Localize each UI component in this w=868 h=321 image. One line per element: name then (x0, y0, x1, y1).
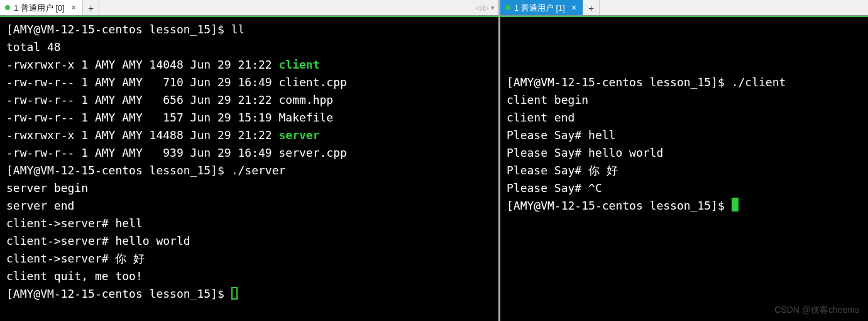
terminal-line: total 48 (6, 38, 492, 56)
terminal-line: Please Say# hello world (507, 144, 862, 162)
terminal-line: -rwxrwxr-x 1 AMY AMY 14048 Jun 29 21:22 … (6, 56, 492, 74)
terminal-line: [AMY@VM-12-15-centos lesson_15]$ ll (6, 21, 492, 38)
ls-meta: -rwxrwxr-x 1 AMY AMY 14488 Jun 29 21:22 (6, 128, 278, 142)
terminal-line: [AMY@VM-12-15-centos lesson_15]$ (507, 197, 862, 215)
ls-filename: client (278, 58, 319, 71)
left-pane: 1 普通用户 [0] × + ◁ ▷ ▾ [AMY@VM-12-15-cento… (0, 0, 498, 321)
prompt-text: [AMY@VM-12-15-centos lesson_15]$ (6, 23, 231, 36)
ls-meta: -rw-rw-r-- 1 AMY AMY 157 Jun 29 15:19 (6, 111, 278, 124)
left-tab-0[interactable]: 1 普通用户 [0] × (0, 0, 83, 15)
terminal-line: server begin (6, 179, 492, 197)
terminal-line: Please Say# ^C (507, 179, 862, 197)
terminal-line: client begin (507, 91, 862, 109)
right-pane: 1 普通用户 [1] × + CSDN @侠客cheems [AMY@VM-12… (500, 0, 868, 321)
terminal-line: client end (507, 109, 862, 127)
status-dot-icon (5, 5, 10, 10)
tab-title: 1 普通用户 [0] (14, 0, 65, 16)
ls-filename: Makefile (278, 111, 333, 124)
command-text: ./server (231, 164, 286, 177)
tab-nav: ◁ ▷ ▾ (472, 0, 498, 15)
command-text: ll (231, 23, 245, 36)
terminal-line: [AMY@VM-12-15-centos lesson_15]$ ./serve… (6, 162, 492, 179)
prompt-text: [AMY@VM-12-15-centos lesson_15]$ (507, 76, 732, 89)
right-tab-0[interactable]: 1 普通用户 [1] × (500, 0, 583, 15)
tab-menu-icon[interactable]: ▾ (491, 0, 495, 16)
terminal-line: client quit, me too! (6, 268, 492, 285)
terminal-line: client->server# hell (6, 215, 492, 232)
ls-filename: server.cpp (278, 146, 346, 159)
ls-meta: -rw-rw-r-- 1 AMY AMY 710 Jun 29 16:49 (6, 76, 278, 89)
close-icon[interactable]: × (571, 3, 576, 12)
terminal-line: Please Say# hell (507, 127, 862, 144)
prompt-text: [AMY@VM-12-15-centos lesson_15]$ (507, 199, 732, 212)
split-container: 1 普通用户 [0] × + ◁ ▷ ▾ [AMY@VM-12-15-cento… (0, 0, 868, 321)
left-tabbar: 1 普通用户 [0] × + ◁ ▷ ▾ (0, 0, 498, 16)
ls-filename: comm.hpp (278, 93, 333, 106)
terminal-line: server end (6, 197, 492, 215)
tab-next-icon[interactable]: ▷ (483, 0, 488, 16)
new-tab-button[interactable]: + (583, 0, 600, 15)
ls-meta: -rwxrwxr-x 1 AMY AMY 14048 Jun 29 21:22 (6, 58, 278, 71)
terminal-line: -rw-rw-r-- 1 AMY AMY 710 Jun 29 16:49 cl… (6, 74, 492, 91)
terminal-line: client->server# 你 好 (6, 250, 492, 268)
tabbar-spacer (99, 0, 472, 15)
terminal-line: -rwxrwxr-x 1 AMY AMY 14488 Jun 29 21:22 … (6, 127, 492, 144)
terminal-line: [AMY@VM-12-15-centos lesson_15]$ (6, 285, 492, 303)
terminal-line: -rw-rw-r-- 1 AMY AMY 656 Jun 29 21:22 co… (6, 91, 492, 109)
terminal-line: client->server# hello world (6, 232, 492, 250)
command-text: ./client (732, 76, 786, 89)
cursor-icon (732, 198, 739, 211)
right-tabbar: 1 普通用户 [1] × + (500, 0, 868, 16)
ls-filename: client.cpp (278, 76, 346, 89)
ls-filename: server (278, 128, 319, 142)
left-terminal[interactable]: [AMY@VM-12-15-centos lesson_15]$ lltotal… (0, 16, 498, 321)
ls-meta: -rw-rw-r-- 1 AMY AMY 656 Jun 29 21:22 (6, 93, 278, 106)
right-terminal[interactable]: CSDN @侠客cheems [AMY@VM-12-15-centos less… (500, 16, 868, 321)
tab-prev-icon[interactable]: ◁ (476, 0, 481, 16)
cursor-icon (231, 287, 238, 300)
terminal-line: -rw-rw-r-- 1 AMY AMY 939 Jun 29 16:49 se… (6, 144, 492, 162)
prompt-text: [AMY@VM-12-15-centos lesson_15]$ (6, 287, 231, 300)
new-tab-button[interactable]: + (83, 0, 99, 15)
tabbar-spacer (600, 0, 868, 15)
terminal-line: [AMY@VM-12-15-centos lesson_15]$ ./clien… (507, 74, 862, 91)
status-dot-icon (505, 5, 510, 10)
close-icon[interactable]: × (71, 3, 76, 12)
prompt-text: [AMY@VM-12-15-centos lesson_15]$ (6, 164, 231, 177)
watermark-text: CSDN @侠客cheems (774, 305, 859, 316)
terminal-line: Please Say# 你 好 (507, 162, 862, 179)
ls-meta: -rw-rw-r-- 1 AMY AMY 939 Jun 29 16:49 (6, 146, 278, 159)
terminal-line: -rw-rw-r-- 1 AMY AMY 157 Jun 29 15:19 Ma… (6, 109, 492, 127)
tab-title: 1 普通用户 [1] (514, 0, 565, 16)
